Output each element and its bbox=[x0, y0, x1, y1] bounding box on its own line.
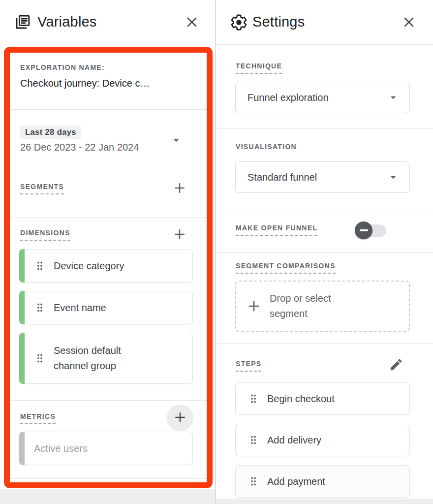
drag-handle-icon[interactable] bbox=[34, 260, 46, 272]
close-icon bbox=[402, 15, 416, 31]
segments-label: SEGMENTS bbox=[20, 183, 64, 194]
add-metric-button[interactable] bbox=[167, 405, 193, 431]
section-divider bbox=[216, 252, 433, 252]
step-chip-label: Begin checkout bbox=[267, 391, 335, 407]
step-chip[interactable]: Begin checkout bbox=[235, 382, 410, 415]
caret-down-icon bbox=[387, 91, 400, 104]
drag-handle-icon[interactable] bbox=[247, 393, 259, 405]
make-open-funnel-toggle[interactable] bbox=[355, 221, 386, 240]
close-variables-button[interactable] bbox=[184, 15, 200, 31]
dimension-chip-label: Device category bbox=[54, 258, 124, 274]
exploration-name-label: EXPLORATION NAME: bbox=[20, 63, 105, 71]
date-preset-badge: Last 28 days bbox=[20, 126, 81, 139]
dimension-color-bar bbox=[19, 333, 25, 384]
drag-handle-icon[interactable] bbox=[247, 434, 259, 446]
dimension-color-bar bbox=[19, 249, 25, 283]
variables-panel: Variables EXPLORATION NAME: Checkout jou… bbox=[0, 0, 215, 504]
segment-dropzone[interactable]: Drop or select segment bbox=[235, 281, 410, 332]
section-divider bbox=[11, 171, 211, 171]
drag-handle-icon[interactable] bbox=[34, 352, 46, 364]
caret-down-icon bbox=[387, 171, 400, 184]
step-chip-label: Add delivery bbox=[267, 433, 321, 448]
header-divider bbox=[0, 44, 215, 44]
dimension-chip-label: Session default channel group bbox=[54, 343, 157, 374]
date-range-picker[interactable]: Last 28 days 26 Dec 2023 - 22 Jan 2024 bbox=[20, 126, 193, 153]
dimensions-label: DIMENSIONS bbox=[20, 229, 70, 241]
close-icon bbox=[185, 15, 199, 31]
plus-icon bbox=[172, 181, 187, 197]
dimension-color-bar bbox=[19, 291, 25, 324]
dimension-chip[interactable]: Device category bbox=[19, 249, 193, 283]
date-range-text: 26 Dec 2023 - 22 Jan 2024 bbox=[20, 142, 193, 153]
dimension-chip[interactable]: Session default channel group bbox=[19, 333, 193, 384]
section-divider bbox=[11, 109, 211, 110]
section-divider bbox=[11, 217, 211, 218]
section-divider bbox=[216, 212, 433, 212]
add-dimension-button[interactable] bbox=[172, 227, 187, 242]
exploration-name-value[interactable]: Checkout journey: Device c… bbox=[20, 78, 150, 89]
section-divider bbox=[11, 478, 211, 479]
dropzone-text: Drop or select segment bbox=[270, 291, 358, 321]
visualisation-value: Standard funnel bbox=[247, 172, 317, 183]
make-open-funnel-label: MAKE OPEN FUNNEL bbox=[236, 224, 317, 236]
add-segment-button[interactable] bbox=[172, 181, 187, 196]
panel-bottom-edge bbox=[0, 489, 215, 504]
visualisation-select[interactable]: Standard funnel bbox=[235, 161, 410, 193]
settings-panel-title: Settings bbox=[252, 14, 305, 30]
edit-steps-button[interactable] bbox=[388, 357, 404, 373]
segment-comparisons-label: SEGMENT COMPARISONS bbox=[236, 262, 336, 274]
section-divider bbox=[216, 343, 433, 344]
step-chip[interactable]: Add payment bbox=[235, 465, 410, 498]
settings-gear-icon bbox=[230, 13, 248, 32]
dimension-chip-label: Event name bbox=[54, 300, 106, 315]
plus-icon bbox=[246, 298, 262, 314]
section-divider bbox=[11, 400, 211, 401]
close-settings-button[interactable] bbox=[401, 15, 417, 31]
technique-select[interactable]: Funnel exploration bbox=[235, 82, 410, 113]
caret-down-icon[interactable] bbox=[170, 134, 183, 149]
steps-label: STEPS bbox=[236, 360, 261, 372]
metrics-label: METRICS bbox=[20, 412, 56, 424]
metric-chip[interactable]: Active users bbox=[19, 432, 193, 465]
pencil-icon bbox=[389, 357, 403, 374]
variables-panel-title: Variables bbox=[37, 14, 97, 30]
drag-handle-icon[interactable] bbox=[34, 302, 46, 314]
step-chip[interactable]: Add delivery bbox=[235, 424, 410, 456]
step-chip-label: Add payment bbox=[267, 474, 325, 489]
plus-icon bbox=[173, 410, 187, 426]
technique-value: Funnel exploration bbox=[247, 92, 329, 103]
header-divider bbox=[216, 44, 433, 45]
technique-label: TECHNIQUE bbox=[236, 62, 282, 74]
panel-bottom-edge bbox=[216, 499, 433, 504]
drag-handle-icon[interactable] bbox=[247, 475, 259, 487]
toggle-thumb-off bbox=[355, 221, 372, 239]
visualisation-label: VISUALISATION bbox=[236, 143, 297, 151]
ga4-exploration-panels: Variables EXPLORATION NAME: Checkout jou… bbox=[0, 0, 433, 504]
variables-icon bbox=[14, 13, 31, 31]
metric-color-bar bbox=[19, 432, 25, 465]
metric-chip-label: Active users bbox=[34, 441, 88, 456]
section-divider bbox=[216, 128, 433, 129]
dimension-chip[interactable]: Event name bbox=[19, 291, 193, 324]
plus-icon bbox=[172, 227, 187, 243]
